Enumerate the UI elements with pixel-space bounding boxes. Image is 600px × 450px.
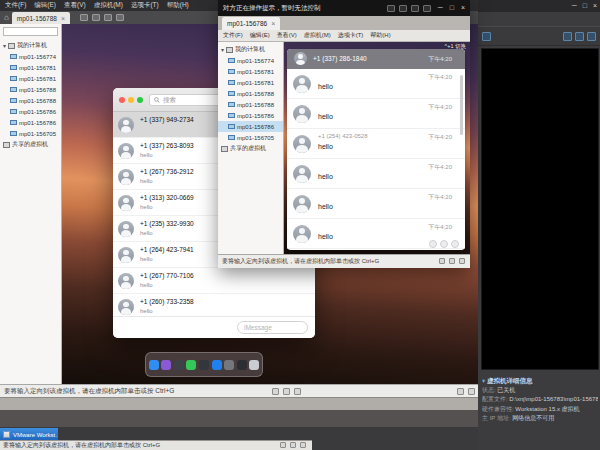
hdd-icon[interactable] bbox=[290, 442, 296, 448]
conversation-row[interactable]: +1 (260) 733-2358 hello bbox=[113, 294, 315, 316]
maximize-button[interactable]: □ bbox=[450, 4, 454, 12]
app-store-icon[interactable] bbox=[212, 360, 222, 370]
messages-icon[interactable] bbox=[186, 360, 196, 370]
conversation-row[interactable]: hello 下午4:20 bbox=[287, 189, 465, 219]
menu-item[interactable]: 虚拟机(M) bbox=[304, 31, 331, 40]
minimize-traffic-light[interactable] bbox=[128, 97, 134, 103]
tree-item-vm[interactable]: mp01-156786 bbox=[0, 117, 61, 128]
close-traffic-light[interactable] bbox=[119, 97, 125, 103]
menu-item[interactable]: 帮助(H) bbox=[370, 31, 390, 40]
unity-icon[interactable] bbox=[423, 5, 431, 12]
close-button[interactable]: × bbox=[461, 4, 465, 12]
trash-icon[interactable] bbox=[249, 360, 259, 370]
menu-item[interactable]: 帮助(H) bbox=[167, 1, 189, 10]
menu-item[interactable]: 编辑(E) bbox=[34, 1, 56, 10]
tree-item-vm[interactable]: mp01-156774 bbox=[218, 55, 283, 66]
fullscreen-icon[interactable] bbox=[116, 14, 124, 21]
tree-item-vm[interactable]: mp01-156781 bbox=[218, 77, 283, 88]
vm-tab[interactable]: mp01-156788 × bbox=[12, 12, 70, 24]
tree-item-vm[interactable]: mp01-156788 bbox=[218, 88, 283, 99]
tab-close-icon[interactable]: × bbox=[271, 20, 275, 27]
timestamp: 下午4:20 bbox=[428, 223, 452, 232]
vm-screen-powered-off[interactable] bbox=[481, 48, 599, 370]
sound-icon[interactable] bbox=[439, 258, 445, 264]
sound-icon[interactable] bbox=[280, 442, 286, 448]
sound-icon[interactable] bbox=[272, 388, 279, 395]
tree-item-vm[interactable]: mp01-156788 bbox=[0, 84, 61, 95]
conversation-row[interactable]: +1 (267) 770-7106 hello bbox=[113, 268, 315, 294]
menu-item[interactable]: 编辑(E) bbox=[250, 31, 270, 40]
snapshot-icon[interactable] bbox=[399, 5, 407, 12]
hdd-icon[interactable] bbox=[449, 258, 455, 264]
menu-item[interactable]: 虚拟机(M) bbox=[94, 1, 123, 10]
library-search-input[interactable] bbox=[3, 27, 58, 36]
emoji-icon[interactable] bbox=[440, 240, 448, 248]
tree-item-vm[interactable]: mp01-156781 bbox=[218, 66, 283, 77]
launchpad-icon[interactable] bbox=[174, 360, 184, 370]
tree-item-vm[interactable]: mp01-156788 bbox=[0, 95, 61, 106]
right-window-titlebar[interactable]: ─ □ × bbox=[478, 0, 600, 12]
imessage-input[interactable]: iMessage bbox=[237, 321, 308, 334]
tree-item-vm[interactable]: mp01-156786 bbox=[0, 106, 61, 117]
app-icon[interactable] bbox=[199, 360, 209, 370]
tree-item-vm[interactable]: mp01-156705 bbox=[0, 128, 61, 139]
app-icon-dark[interactable] bbox=[237, 360, 247, 370]
hdd-icon[interactable] bbox=[283, 388, 290, 395]
finder-icon[interactable] bbox=[149, 360, 159, 370]
selected-conversation-header[interactable]: +1 (337) 286-1840 下午4:20 bbox=[287, 49, 465, 69]
tree-item-shared-vms[interactable]: 共享的虚拟机 bbox=[218, 143, 283, 154]
tree-item-vm[interactable]: mp01-156774 bbox=[0, 51, 61, 62]
tree-item-vm[interactable]: mp01-156786 bbox=[218, 121, 283, 132]
tree-item-shared-vms[interactable]: 共享的虚拟机 bbox=[0, 139, 61, 150]
network-icon[interactable] bbox=[459, 258, 465, 264]
tree-item-vm[interactable]: mp01-156705 bbox=[218, 132, 283, 143]
messages-window: +1 (337) 286-1840 下午4:20 hello 下午4:20 bbox=[287, 49, 465, 250]
tree-item-my-computer[interactable]: ▾ 我的计算机 bbox=[0, 40, 61, 51]
vm-label: mp01-156781 bbox=[19, 65, 56, 71]
power-icon[interactable] bbox=[80, 14, 88, 21]
fullscreen-icon[interactable] bbox=[575, 32, 584, 41]
close-button[interactable]: × bbox=[593, 2, 597, 10]
conversation-row[interactable]: +1 (254) 423-0528 hello 下午4:20 bbox=[287, 129, 465, 159]
menu-item[interactable]: 选项卡(T) bbox=[131, 1, 159, 10]
minimize-button[interactable]: ─ bbox=[438, 4, 443, 12]
audio-icon[interactable] bbox=[451, 240, 459, 248]
siri-icon[interactable] bbox=[161, 360, 171, 370]
maximize-button[interactable]: □ bbox=[583, 2, 587, 10]
pause-icon[interactable] bbox=[92, 14, 100, 21]
zoom-traffic-light[interactable] bbox=[137, 97, 143, 103]
vm-tab[interactable]: mp01-156786 × bbox=[222, 17, 280, 30]
tree-item-vm[interactable]: mp01-156788 bbox=[218, 99, 283, 110]
vm-details-header[interactable]: ▾ 虚拟机详细信息 bbox=[482, 376, 598, 386]
home-tab-icon[interactable]: ⌂ bbox=[4, 13, 9, 23]
tab-close-icon[interactable]: × bbox=[61, 15, 65, 22]
console-view-icon[interactable] bbox=[587, 32, 596, 41]
tree-item-vm[interactable]: mp01-156781 bbox=[0, 73, 61, 84]
tree-item-vm[interactable]: mp01-156786 bbox=[218, 110, 283, 121]
snapshot-icon[interactable] bbox=[104, 14, 112, 21]
conversation-row[interactable]: hello 下午4:20 bbox=[287, 159, 465, 189]
system-preferences-icon[interactable] bbox=[224, 360, 234, 370]
menu-item[interactable]: 文件(F) bbox=[5, 1, 26, 10]
conversation-row[interactable]: hello 下午4:20 bbox=[287, 99, 465, 129]
tree-item-my-computer[interactable]: ▾ 我的计算机 bbox=[218, 44, 283, 55]
scrollbar[interactable] bbox=[460, 75, 463, 135]
minimize-button[interactable]: ─ bbox=[572, 2, 577, 10]
conversation-row[interactable]: hello 下午4:20 bbox=[287, 69, 465, 99]
power-icon[interactable] bbox=[482, 32, 491, 41]
network-icon[interactable] bbox=[294, 388, 301, 395]
menu-item[interactable]: 查看(V) bbox=[64, 1, 86, 10]
add-icon[interactable] bbox=[429, 240, 437, 248]
tree-item-vm[interactable]: mp01-156781 bbox=[0, 62, 61, 73]
network-icon[interactable] bbox=[300, 442, 306, 448]
menu-item[interactable]: 查看(V) bbox=[277, 31, 297, 40]
vm-label: mp01-156786 bbox=[237, 113, 274, 119]
vm-console-display[interactable]: ^+1 切换 +1 (337) 286-1840 下午4:20 hello bbox=[284, 42, 470, 254]
snapshot-icon[interactable] bbox=[563, 32, 572, 41]
menu-item[interactable]: 选项卡(T) bbox=[338, 31, 364, 40]
resize-grip-icon[interactable] bbox=[468, 388, 475, 395]
fullscreen-icon[interactable] bbox=[411, 5, 419, 12]
power-icon[interactable] bbox=[387, 5, 395, 12]
message-log-icon[interactable] bbox=[457, 388, 464, 395]
menu-item[interactable]: 文件(F) bbox=[223, 31, 243, 40]
